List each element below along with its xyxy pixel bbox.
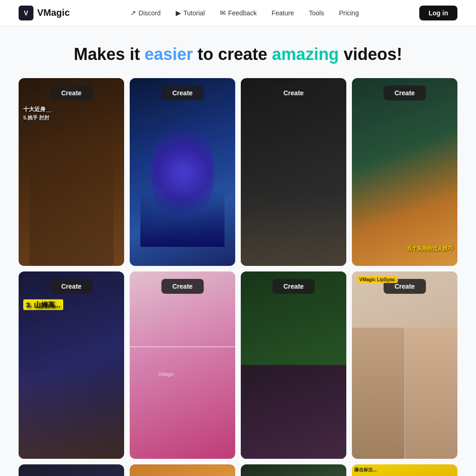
card-5-top-text: 3. 山姆高...: [23, 299, 119, 311]
nav-pricing[interactable]: Pricing: [333, 7, 364, 20]
headline-accent1: easier: [145, 45, 193, 64]
video-card-2[interactable]: Create: [130, 78, 235, 266]
video-card-7[interactable]: Create: [241, 271, 346, 459]
headline-post: videos!: [339, 45, 402, 64]
video-card-9[interactable]: [19, 464, 124, 476]
video-card-10[interactable]: [130, 464, 235, 476]
hero-section: Makes it easier to create amazing videos…: [0, 26, 476, 78]
gallery-row-3: 爆击标注...: [19, 464, 457, 476]
card-1-top-text: 十大近身__ 5.挑手 肘肘: [23, 106, 119, 121]
brand-name: VMagic: [37, 7, 70, 18]
video-card-4[interactable]: Create 五个实用的过人技巧: [352, 78, 457, 266]
navbar: V VMagic ↗ Discord ▶ Tutorial ✉ Feedback…: [0, 0, 476, 26]
create-button-5[interactable]: Create: [50, 279, 93, 294]
video-card-5[interactable]: Create 3. 山姆高...: [19, 271, 124, 459]
nav-tools[interactable]: Tools: [303, 7, 330, 20]
lipsync-badge: VMagic LipSync: [357, 276, 398, 283]
nav-discord[interactable]: ↗ Discord: [125, 6, 166, 20]
nav-feedback[interactable]: ✉ Feedback: [214, 6, 262, 20]
video-card-1[interactable]: Create 十大近身__ 5.挑手 肘肘: [19, 78, 124, 266]
video-card-11[interactable]: [241, 464, 346, 476]
video-card-12[interactable]: 爆击标注...: [352, 464, 457, 476]
mail-icon: ✉: [220, 9, 226, 17]
gallery-section: Create 十大近身__ 5.挑手 肘肘 Create Crea: [0, 78, 476, 476]
create-button-3[interactable]: Create: [272, 86, 315, 100]
brand-icon: V: [19, 6, 33, 20]
headline-pre: Makes it: [74, 45, 145, 64]
brand-logo[interactable]: V VMagic: [19, 6, 70, 20]
video-card-3[interactable]: Create: [241, 78, 346, 266]
card-4-text: 五个实用的过人技巧: [407, 245, 453, 252]
nav-feature[interactable]: Feature: [266, 7, 299, 20]
create-button-1[interactable]: Create: [50, 86, 93, 100]
gallery-row-1: Create 十大近身__ 5.挑手 肘肘 Create Crea: [19, 78, 457, 266]
hero-headline: Makes it easier to create amazing videos…: [9, 45, 467, 64]
play-icon: ▶: [176, 9, 181, 17]
external-link-icon: ↗: [130, 9, 136, 17]
headline-mid: to create: [193, 45, 272, 64]
nav-links: ↗ Discord ▶ Tutorial ✉ Feedback Feature …: [125, 6, 364, 20]
video-card-8[interactable]: Create VMagic LipSync: [352, 271, 457, 459]
create-button-4[interactable]: Create: [383, 86, 426, 100]
headline-accent2: amazing: [272, 45, 339, 64]
create-button-7[interactable]: Create: [272, 279, 315, 294]
video-card-6[interactable]: Create VMagic: [130, 271, 235, 459]
gallery-row-2: Create 3. 山姆高... Create VMagic Create: [19, 271, 457, 459]
login-button[interactable]: Log in: [419, 6, 457, 20]
nav-tutorial[interactable]: ▶ Tutorial: [170, 6, 211, 20]
create-button-2[interactable]: Create: [161, 86, 204, 100]
create-button-6[interactable]: Create: [161, 279, 204, 294]
vmagic-watermark: VMagic: [159, 372, 207, 377]
